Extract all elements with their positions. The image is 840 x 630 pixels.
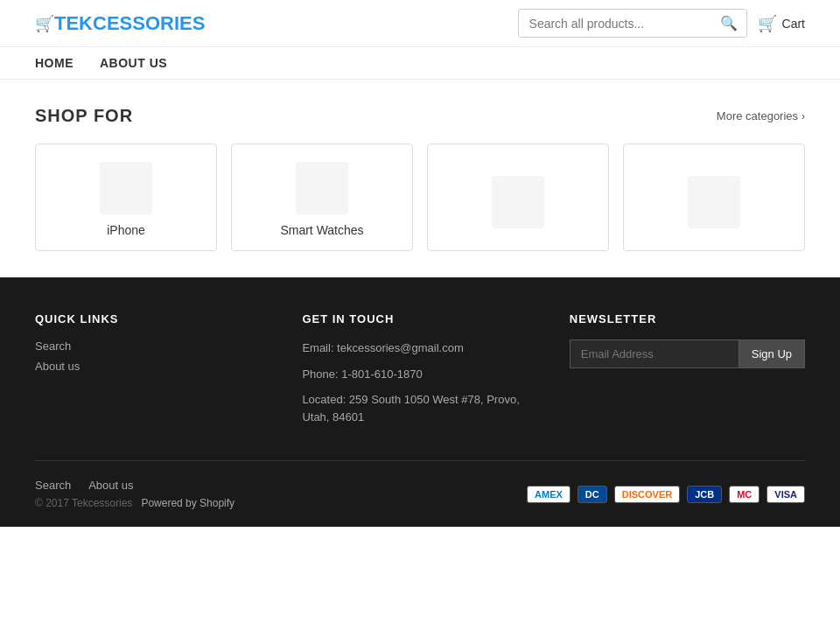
category-iphone-image	[100, 162, 152, 214]
footer-bottom-search[interactable]: Search	[35, 479, 71, 492]
payment-jcb: JCB	[687, 486, 722, 503]
footer-phone: Phone: 1-801-610-1870	[302, 366, 534, 383]
category-smart-watches-image	[296, 162, 348, 214]
more-categories-link[interactable]: More categories ›	[717, 109, 805, 122]
payment-visa: VISA	[766, 486, 805, 503]
nav-item-home[interactable]: HOME	[35, 56, 74, 70]
footer: QUICK LINKS Search About us GET IN TOUCH…	[0, 277, 840, 527]
cart-button[interactable]: 🛒 Cart	[758, 14, 805, 33]
footer-bottom-about[interactable]: About us	[88, 479, 133, 492]
footer-copy: © 2017 Tekcessories Powered by Shopify	[35, 497, 234, 509]
header: 🛒 TEKCESSORIES 🔍 🛒 Cart	[0, 0, 840, 47]
footer-bottom-links: Search About us	[35, 479, 234, 492]
category-3[interactable]	[427, 144, 609, 251]
shop-for-title: SHOP FOR	[35, 106, 133, 126]
newsletter-input[interactable]	[570, 340, 738, 368]
footer-email: Email: tekcessories@gmail.com	[302, 340, 534, 357]
payment-amex: AMEX	[527, 486, 570, 503]
footer-quick-links: QUICK LINKS Search About us	[35, 312, 267, 434]
header-right: 🔍 🛒 Cart	[518, 9, 805, 38]
main-nav: HOME ABOUT US	[0, 47, 840, 80]
logo-part2: SORIES	[132, 12, 205, 34]
newsletter-signup-button[interactable]: Sign Up	[738, 340, 805, 368]
logo-cart-icon: 🛒	[35, 14, 54, 33]
category-4[interactable]	[623, 144, 805, 251]
nav-item-about[interactable]: ABOUT US	[100, 56, 167, 70]
category-smart-watches[interactable]: Smart Watches	[231, 144, 413, 251]
category-iphone[interactable]: iPhone	[35, 144, 217, 251]
get-in-touch-heading: GET IN TOUCH	[302, 312, 534, 326]
payment-discover: DISCOVER	[614, 486, 680, 503]
newsletter-form: Sign Up	[570, 340, 805, 368]
footer-link-search[interactable]: Search	[35, 340, 267, 353]
copy-text: © 2017 Tekcessories	[35, 497, 132, 509]
logo-part1: TEKCES	[54, 12, 132, 34]
category-4-image	[688, 176, 740, 228]
search-form: 🔍	[518, 9, 747, 38]
footer-top: QUICK LINKS Search About us GET IN TOUCH…	[35, 312, 805, 434]
quick-links-heading: QUICK LINKS	[35, 312, 267, 326]
payment-icons: AMEX DC DISCOVER JCB MC VISA	[527, 486, 805, 503]
footer-newsletter: NEWSLETTER Sign Up	[570, 312, 805, 434]
footer-bottom: Search About us © 2017 Tekcessories Powe…	[35, 460, 805, 509]
cart-label: Cart	[782, 17, 805, 31]
main-content: SHOP FOR More categories › iPhone Smart …	[0, 80, 840, 277]
shop-header: SHOP FOR More categories ›	[35, 106, 805, 126]
search-button[interactable]: 🔍	[711, 10, 746, 37]
footer-bottom-left: Search About us © 2017 Tekcessories Powe…	[35, 479, 234, 509]
newsletter-heading: NEWSLETTER	[570, 312, 805, 326]
category-iphone-label: iPhone	[107, 223, 145, 237]
category-3-image	[492, 176, 544, 228]
footer-link-about[interactable]: About us	[35, 360, 267, 373]
footer-get-in-touch: GET IN TOUCH Email: tekcessories@gmail.c…	[302, 312, 534, 434]
logo[interactable]: 🛒 TEKCESSORIES	[35, 12, 205, 35]
cart-icon: 🛒	[758, 14, 777, 33]
search-input[interactable]	[519, 11, 711, 36]
footer-location: Located: 259 South 1050 West #78, Provo,…	[302, 391, 534, 425]
payment-mastercard: MC	[729, 486, 760, 503]
payment-diners: DC	[578, 486, 607, 503]
logo-text: TEKCESSORIES	[54, 12, 205, 35]
powered-by-link[interactable]: Powered by Shopify	[141, 497, 234, 509]
categories-grid: iPhone Smart Watches	[35, 144, 805, 251]
category-smart-watches-label: Smart Watches	[280, 223, 363, 237]
